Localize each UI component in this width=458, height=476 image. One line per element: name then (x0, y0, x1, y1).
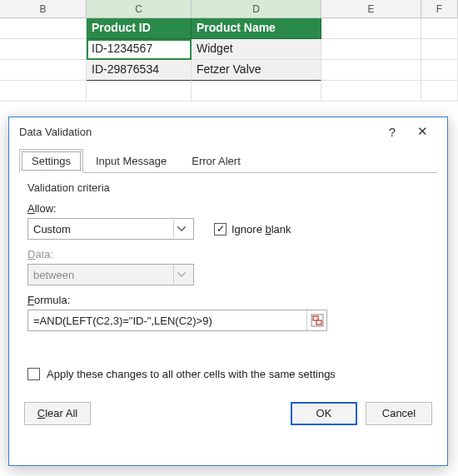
header-product-name[interactable]: Product Name (192, 18, 321, 39)
cell-product-name[interactable]: Widget (192, 39, 321, 60)
dialog-button-row: Clear All OK Cancel (9, 390, 447, 437)
cell[interactable] (87, 81, 192, 102)
cell[interactable] (421, 81, 458, 102)
col-head-C[interactable]: C (87, 0, 192, 17)
cell[interactable] (321, 60, 421, 81)
col-head-F[interactable]: F (421, 0, 458, 17)
allow-dropdown[interactable]: Custom (27, 218, 194, 240)
ignore-blank-checkbox[interactable]: ✓ Ignore blank (214, 218, 291, 240)
col-head-E[interactable]: E (321, 0, 421, 17)
allow-value: Custom (33, 223, 71, 236)
apply-same-settings-checkbox[interactable]: Apply these changes to all other cells w… (27, 368, 429, 380)
cell[interactable] (192, 81, 321, 102)
chevron-down-icon (173, 265, 188, 284)
table-row: ID-29876534 Fetzer Valve (0, 60, 458, 81)
checkmark-icon: ✓ (214, 223, 227, 236)
cell[interactable] (0, 60, 87, 81)
validation-criteria-label: Validation criteria (27, 181, 429, 194)
data-dropdown: between (27, 264, 194, 285)
cancel-button[interactable]: Cancel (366, 402, 432, 425)
col-head-B[interactable]: B (0, 0, 87, 17)
column-header-row: B C D E F (0, 0, 458, 18)
formula-value: =AND(LEFT(C2,3)="ID-",LEN(C2)>9) (28, 315, 306, 327)
dialog-tabs: Settings Input Message Error Alert (19, 149, 437, 173)
dialog-body: Validation criteria Allow: Custom ✓ Igno… (9, 173, 447, 390)
tab-error-alert[interactable]: Error Alert (179, 149, 253, 173)
formula-input[interactable]: =AND(LEFT(C2,3)="ID-",LEN(C2)>9) (27, 310, 327, 331)
cell-E-header[interactable] (321, 18, 421, 39)
tab-input-message[interactable]: Input Message (83, 149, 179, 173)
close-button[interactable]: ✕ (407, 124, 437, 139)
cell[interactable] (0, 39, 87, 60)
header-product-id[interactable]: Product ID (87, 18, 192, 39)
dialog-titlebar[interactable]: Data Validation ? ✕ (9, 117, 447, 146)
cell-F-header[interactable] (421, 18, 458, 39)
cell[interactable] (0, 81, 87, 102)
ok-button[interactable]: OK (291, 402, 357, 425)
table-row (0, 81, 458, 102)
svg-rect-1 (313, 316, 318, 320)
cell[interactable] (421, 39, 458, 60)
checkbox-icon (27, 368, 40, 380)
cell[interactable] (321, 39, 421, 60)
cell[interactable] (321, 81, 421, 102)
table-header-row: Product ID Product Name (0, 18, 458, 39)
cell[interactable] (421, 60, 458, 81)
spreadsheet-grid: B C D E F Product ID Product Name ID-123… (0, 0, 458, 117)
cell-product-id[interactable]: ID-1234567 (87, 39, 192, 60)
ignore-blank-label: Ignore blank (231, 223, 291, 236)
svg-rect-2 (316, 320, 321, 325)
apply-same-settings-label: Apply these changes to all other cells w… (47, 368, 336, 380)
dialog-title: Data Validation (19, 126, 377, 138)
tab-settings[interactable]: Settings (19, 149, 83, 173)
range-selector-icon[interactable] (306, 310, 326, 330)
clear-all-button[interactable]: Clear All (24, 402, 91, 425)
data-label: Data: (27, 248, 429, 260)
allow-label: Allow: (27, 202, 194, 215)
col-head-D[interactable]: D (192, 0, 321, 17)
formula-label: Formula: (27, 294, 429, 306)
help-button[interactable]: ? (377, 125, 407, 139)
data-validation-dialog: Data Validation ? ✕ Settings Input Messa… (8, 117, 448, 466)
cell-product-id[interactable]: ID-29876534 (87, 60, 192, 81)
table-row: ID-1234567 Widget (0, 39, 458, 60)
chevron-down-icon (173, 220, 188, 238)
cell-product-name[interactable]: Fetzer Valve (192, 60, 321, 81)
cell-B-header[interactable] (0, 18, 87, 39)
data-value: between (33, 269, 74, 281)
